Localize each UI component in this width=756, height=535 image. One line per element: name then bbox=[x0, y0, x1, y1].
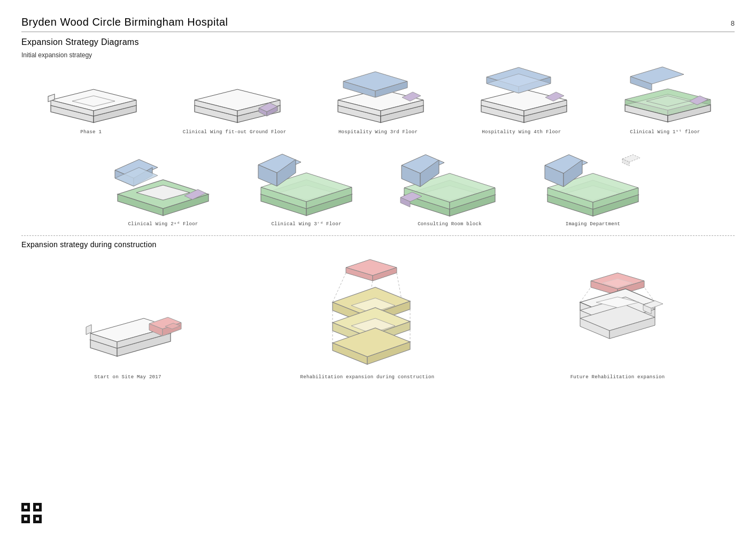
project-name: Circle Birmingham Hospital bbox=[92, 16, 228, 28]
diagram-rehabilitation: Rehabilitation expansion during construc… bbox=[292, 254, 442, 380]
diagram-hospitality-4th: Hospitality Wing 4th Floor bbox=[452, 63, 591, 135]
page: Bryden Wood Circle Birmingham Hospital 8… bbox=[0, 0, 756, 535]
future-rehab-label: Future Rehabilitation expansion bbox=[570, 374, 665, 380]
diagram-hospitality-3rd: Hospitality Wing 3rd Floor bbox=[308, 63, 448, 135]
logo-svg bbox=[21, 503, 42, 523]
hospitality-3rd-svg bbox=[322, 63, 434, 127]
clinical-wing-1st-label: Clinical Wing 1ˢᵗ floor bbox=[630, 129, 700, 135]
clinical-wing-1st-svg bbox=[609, 62, 721, 126]
initial-expansion-title: Initial expansion strategy bbox=[21, 51, 735, 59]
diagram-clinical-wing-2nd: Clinical Wing 2ⁿᵈ Floor bbox=[94, 143, 233, 227]
clinical-wing-2nd-label: Clinical Wing 2ⁿᵈ Floor bbox=[128, 221, 198, 227]
header-title: Bryden Wood Circle Birmingham Hospital bbox=[21, 16, 228, 28]
phase1-svg bbox=[35, 63, 147, 127]
diagrams-row-3: Start on Site May 2017 bbox=[21, 254, 735, 380]
imaging-svg bbox=[531, 144, 654, 219]
diagram-start-on-site: Start on Site May 2017 bbox=[69, 276, 187, 380]
diagram-future-rehab: Future Rehabilitation expansion bbox=[548, 265, 687, 380]
clinical-wing-ground-label: Clinical Wing fit-out Ground Floor bbox=[183, 129, 287, 135]
future-rehab-svg bbox=[548, 265, 687, 372]
section-divider bbox=[21, 235, 735, 236]
diagrams-row-1: Phase 1 Clinical Wing fit-out Ground bbox=[21, 62, 735, 135]
svg-rect-151 bbox=[36, 517, 39, 521]
diagram-clinical-wing-ground: Clinical Wing fit-out Ground Floor bbox=[165, 63, 304, 135]
diagram-imaging: Imaging Department bbox=[523, 144, 662, 227]
rehabilitation-label: Rehabilitation expansion during construc… bbox=[300, 374, 435, 380]
bryden-wood-logo bbox=[21, 503, 42, 523]
diagrams-row-2: Clinical Wing 2ⁿᵈ Floor bbox=[21, 143, 735, 227]
consulting-room-svg bbox=[388, 144, 511, 219]
hospitality-3rd-label: Hospitality Wing 3rd Floor bbox=[338, 129, 418, 135]
consulting-room-label: Consulting Room block bbox=[418, 221, 482, 227]
rehabilitation-svg bbox=[292, 254, 442, 372]
page-number: 8 bbox=[731, 19, 735, 27]
start-site-svg bbox=[69, 276, 187, 372]
svg-rect-149 bbox=[36, 506, 39, 509]
clinical-wing-3rd-label: Clinical Wing 3ʳᵈ Floor bbox=[271, 221, 341, 227]
top-divider bbox=[21, 32, 735, 32]
clinical-wing-2nd-svg bbox=[102, 143, 225, 218]
svg-rect-148 bbox=[24, 506, 27, 509]
diagram-consulting-room: Consulting Room block bbox=[380, 144, 519, 227]
hospitality-4th-svg bbox=[465, 63, 577, 127]
construction-section-title: Expansion strategy during construction bbox=[21, 240, 735, 249]
imaging-label: Imaging Department bbox=[566, 221, 621, 227]
svg-rect-150 bbox=[24, 517, 27, 521]
svg-line-105 bbox=[333, 273, 346, 302]
phase1-label: Phase 1 bbox=[80, 129, 102, 135]
section-title: Expansion Strategy Diagrams bbox=[21, 37, 735, 47]
header: Bryden Wood Circle Birmingham Hospital 8 bbox=[21, 16, 735, 28]
start-site-label: Start on Site May 2017 bbox=[94, 374, 161, 380]
clinical-wing-ground-svg bbox=[179, 63, 291, 127]
diagram-phase1: Phase 1 bbox=[21, 63, 160, 135]
diagram-clinical-wing-1st: Clinical Wing 1ˢᵗ floor bbox=[596, 62, 735, 135]
hospitality-4th-label: Hospitality Wing 4th Floor bbox=[482, 129, 561, 135]
clinical-wing-3rd-svg bbox=[245, 143, 368, 218]
diagram-clinical-wing-3rd: Clinical Wing 3ʳᵈ Floor bbox=[237, 143, 376, 227]
